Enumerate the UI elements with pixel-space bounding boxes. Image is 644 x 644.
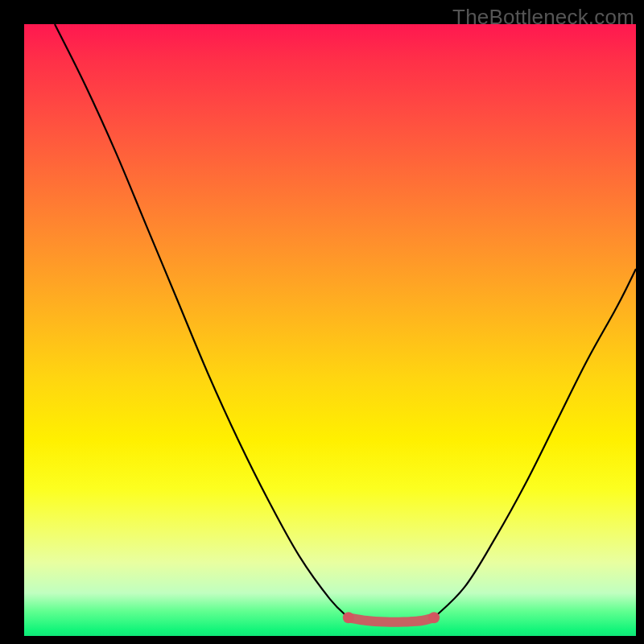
plot-gradient-background [24, 24, 636, 636]
left-curve [55, 24, 349, 617]
watermark-text: TheBottleneck.com [452, 5, 634, 30]
flat-band [349, 617, 434, 622]
flat-band-end-left [343, 612, 354, 623]
flat-band-end-right [428, 612, 440, 623]
right-curve [434, 269, 636, 617]
curve-layer [24, 24, 636, 636]
